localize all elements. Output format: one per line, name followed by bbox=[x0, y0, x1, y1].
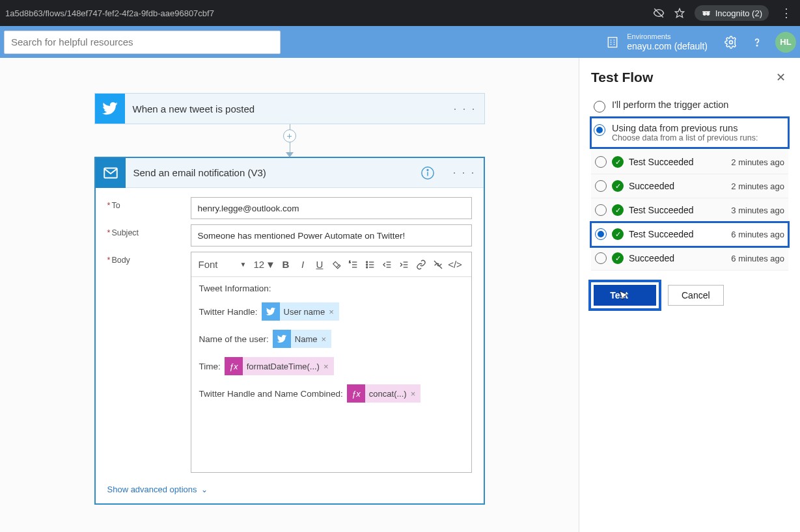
radio-icon bbox=[594, 101, 605, 113]
star-icon[interactable] bbox=[674, 7, 685, 19]
body-editor[interactable]: Font▼ 12▼ B I U 1 bbox=[191, 252, 472, 473]
incognito-pill[interactable]: Incognito (2) bbox=[695, 5, 769, 21]
run-item[interactable]: ✓Test Succeeded2 minutes ago bbox=[591, 150, 788, 174]
run-time: 3 minutes ago bbox=[731, 206, 784, 215]
body-heading: Tweet Information: bbox=[199, 284, 271, 293]
check-icon: ✓ bbox=[612, 156, 624, 168]
run-name: Succeeded bbox=[629, 253, 726, 263]
browser-bar: 1a5d8b63/flows/148ef747-fef2-4f2a-9fdb-a… bbox=[0, 0, 800, 26]
svg-point-26 bbox=[366, 264, 368, 265]
step2-menu-icon[interactable]: · · · bbox=[445, 166, 483, 180]
environment-label: Environments bbox=[627, 33, 708, 41]
step1-menu-icon[interactable]: · · · bbox=[445, 102, 484, 116]
outdent-icon[interactable] bbox=[381, 258, 394, 272]
url-text: 1a5d8b63/flows/148ef747-fef2-4f2a-9fdb-a… bbox=[5, 8, 214, 18]
svg-point-3 bbox=[706, 12, 710, 16]
search-input[interactable]: Search for helpful resources bbox=[4, 31, 281, 54]
line-handle-label: Twitter Handle: bbox=[199, 307, 258, 317]
run-time: 6 minutes ago bbox=[731, 230, 784, 239]
remove-token-icon[interactable]: × bbox=[411, 389, 416, 399]
run-name: Test Succeeded bbox=[629, 157, 726, 167]
panel-title: Test Flow bbox=[591, 70, 653, 85]
indent-icon[interactable] bbox=[398, 258, 411, 272]
twitter-token-icon bbox=[273, 330, 291, 348]
radio-icon bbox=[595, 156, 607, 168]
line-name-label: Name of the user: bbox=[199, 334, 269, 344]
test-button-highlight: Test bbox=[591, 282, 659, 308]
add-step-icon[interactable]: + bbox=[283, 129, 296, 142]
size-select[interactable]: 12▼ bbox=[253, 259, 275, 270]
step1-title: When a new tweet is posted bbox=[125, 103, 446, 114]
mail-icon bbox=[96, 158, 126, 188]
svg-rect-5 bbox=[609, 37, 617, 47]
remove-token-icon[interactable]: × bbox=[324, 362, 329, 371]
line-combined-label: Twitter Handle and Name Combined: bbox=[199, 389, 343, 399]
link-icon[interactable] bbox=[415, 258, 428, 272]
svg-point-27 bbox=[366, 267, 368, 268]
to-input[interactable] bbox=[191, 197, 472, 219]
step-trigger-card[interactable]: When a new tweet is posted · · · bbox=[94, 93, 485, 124]
search-placeholder: Search for helpful resources bbox=[11, 36, 133, 47]
italic-icon[interactable]: I bbox=[296, 258, 309, 272]
twitter-token-icon bbox=[262, 302, 280, 321]
environment-icon[interactable] bbox=[605, 34, 620, 50]
label-to: *To bbox=[107, 197, 191, 210]
browser-menu-icon[interactable]: ⋮ bbox=[778, 6, 795, 20]
editor-toolbar: Font▼ 12▼ B I U 1 bbox=[191, 252, 471, 277]
gear-icon[interactable] bbox=[723, 34, 739, 50]
run-item[interactable]: ✓Succeeded2 minutes ago bbox=[591, 174, 788, 198]
step-action-card[interactable]: Send an email notification (V3) · · · *T… bbox=[94, 157, 485, 505]
svg-marker-1 bbox=[675, 8, 683, 17]
svg-point-2 bbox=[702, 12, 706, 16]
run-item[interactable]: ✓Test Succeeded3 minutes ago bbox=[591, 198, 788, 222]
numbered-list-icon[interactable]: 1 bbox=[347, 258, 360, 272]
unlink-icon[interactable] bbox=[432, 258, 445, 272]
token-name[interactable]: Name× bbox=[273, 330, 331, 348]
advanced-options-link[interactable]: Show advanced options⌄ bbox=[107, 485, 472, 494]
option-previous[interactable]: Using data from previous runs Choose dat… bbox=[591, 118, 788, 148]
environment-name: enayu.com (default) bbox=[627, 41, 708, 52]
radio-icon bbox=[595, 228, 607, 240]
help-icon[interactable] bbox=[749, 34, 765, 50]
underline-icon[interactable]: U bbox=[313, 258, 326, 272]
test-button[interactable]: Test bbox=[594, 285, 656, 306]
subject-input[interactable] bbox=[191, 224, 472, 246]
avatar[interactable]: HL bbox=[775, 32, 796, 53]
editor-content[interactable]: Tweet Information: Twitter Handle: User … bbox=[191, 277, 471, 472]
option-manual[interactable]: I'll perform the trigger action bbox=[591, 94, 788, 118]
close-icon[interactable]: ✕ bbox=[773, 70, 788, 85]
extensions-icon[interactable] bbox=[653, 7, 665, 19]
radio-icon bbox=[595, 204, 607, 216]
info-icon[interactable] bbox=[417, 163, 438, 183]
run-name: Succeeded bbox=[629, 181, 726, 191]
color-icon[interactable] bbox=[330, 258, 343, 272]
cancel-button[interactable]: Cancel bbox=[668, 285, 724, 306]
run-time: 6 minutes ago bbox=[731, 254, 784, 263]
svg-rect-4 bbox=[702, 11, 710, 12]
chevron-down-icon: ⌄ bbox=[201, 485, 208, 494]
option-previous-label: Using data from previous runs bbox=[612, 123, 758, 133]
remove-token-icon[interactable]: × bbox=[329, 307, 334, 317]
remove-token-icon[interactable]: × bbox=[322, 334, 327, 344]
environment-block[interactable]: Environments enayu.com (default) bbox=[627, 33, 708, 52]
bold-icon[interactable]: B bbox=[279, 258, 292, 272]
run-item[interactable]: ✓Test Succeeded6 minutes ago bbox=[591, 222, 788, 246]
check-icon: ✓ bbox=[612, 252, 624, 264]
radio-icon bbox=[595, 252, 607, 264]
incognito-label: Incognito (2) bbox=[715, 8, 762, 18]
svg-point-13 bbox=[756, 45, 757, 46]
run-item[interactable]: ✓Succeeded6 minutes ago bbox=[591, 246, 788, 271]
token-concat[interactable]: ƒx concat(...)× bbox=[347, 384, 421, 403]
code-view-icon[interactable]: </> bbox=[448, 258, 462, 272]
font-select[interactable]: Font▼ bbox=[195, 257, 250, 272]
token-username[interactable]: User name× bbox=[262, 302, 339, 321]
bullet-list-icon[interactable] bbox=[364, 258, 377, 272]
svg-point-12 bbox=[730, 40, 733, 44]
token-format-date[interactable]: ƒx formatDateTime(...)× bbox=[225, 357, 334, 375]
flow-canvas: When a new tweet is posted · · · + Send … bbox=[0, 58, 579, 532]
browser-icons: Incognito (2) ⋮ bbox=[653, 5, 795, 21]
radio-icon bbox=[595, 180, 607, 192]
option-previous-sub: Choose data from a list of previous runs… bbox=[612, 133, 758, 142]
connector: + bbox=[94, 124, 485, 157]
radio-icon bbox=[594, 124, 605, 136]
